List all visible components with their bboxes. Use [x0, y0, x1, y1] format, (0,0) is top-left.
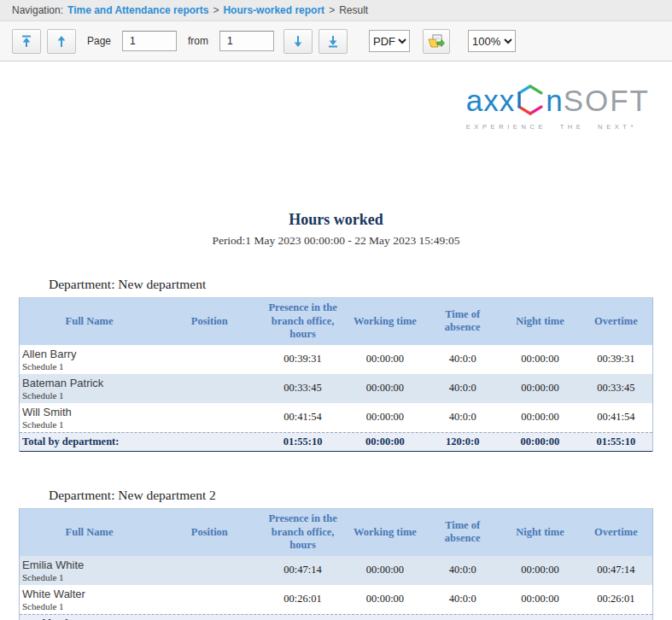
employee-name: Will Smith — [22, 406, 159, 418]
employee-schedule: Schedule 1 — [22, 390, 159, 401]
page-count-input[interactable] — [219, 31, 274, 51]
time-of-absence-cell: 40:0:0 — [424, 382, 500, 395]
employee-schedule: Schedule 1 — [22, 572, 159, 582]
toolbar: Page from PDF — [0, 21, 672, 61]
axxonsoft-logo: axx n SOFT EXPERIENCE THE NEXT* — [466, 84, 650, 131]
breadcrumb-separator: > — [329, 4, 335, 16]
night-time-cell: 00:00:00 — [500, 593, 580, 605]
night-time-cell: 00:00:00 — [500, 382, 580, 395]
hexagon-logo-icon — [516, 84, 545, 116]
export-button[interactable] — [423, 29, 450, 54]
overtime-cell: 00:39:31 — [580, 353, 652, 366]
night-time-cell: 00:00:00 — [500, 411, 580, 424]
presence-cell: 00:33:45 — [260, 382, 346, 395]
department-label: Department: New department 2 — [49, 488, 672, 503]
total-night-time: 00:00:00 — [500, 436, 580, 448]
column-header-full-name: Full Name — [20, 312, 159, 332]
logo-text-n: n — [546, 85, 563, 115]
total-time-of-absence: 120:0:0 — [424, 436, 500, 448]
breadcrumb-link-hours-worked[interactable]: Hours-worked report — [223, 4, 324, 16]
next-page-button[interactable] — [283, 29, 313, 54]
column-header-time-of-absence: Time of absence — [424, 516, 500, 549]
employee-cell: Bateman Patrick Schedule 1 — [20, 375, 159, 402]
logo-text-axx: axx — [466, 85, 515, 115]
first-page-button[interactable] — [12, 29, 41, 54]
previous-page-button[interactable] — [47, 29, 76, 54]
breadcrumb-separator: > — [213, 4, 219, 16]
column-header-presence: Presence in the branch office, hours — [260, 298, 346, 345]
total-working-time: 00:00:00 — [346, 436, 425, 448]
time-of-absence-cell: 40:0:0 — [424, 564, 500, 576]
report-period: Period:1 May 2023 00:00:00 - 22 May 2023… — [0, 234, 672, 248]
table-row: White Walter Schedule 1 00:26:01 00:00:0… — [20, 585, 652, 614]
employee-cell: Will Smith Schedule 1 — [20, 404, 159, 431]
time-of-absence-cell: 40:0:0 — [424, 593, 500, 605]
overtime-cell: 00:47:14 — [580, 564, 652, 576]
employee-schedule: Schedule 1 — [22, 601, 159, 611]
total-overtime: 01:55:10 — [580, 436, 652, 448]
report-title: Hours worked — [0, 211, 672, 229]
overtime-cell: 00:26:01 — [580, 593, 652, 605]
department-table-1: Full Name Position Presence in the branc… — [19, 297, 653, 452]
export-document-icon — [428, 34, 445, 49]
arrow-down-icon — [292, 35, 304, 48]
working-time-cell: 00:00:00 — [346, 382, 425, 395]
arrow-down-to-bar-icon — [327, 35, 339, 48]
time-of-absence-cell: 40:0:0 — [424, 411, 500, 424]
table-header-row: Full Name Position Presence in the branc… — [20, 509, 652, 556]
column-header-night-time: Night time — [500, 523, 580, 543]
department-total-label: Total by department: — [20, 436, 260, 448]
total-presence: 01:55:10 — [260, 436, 346, 448]
department-total-row: Total by department: 01:13:15 00:00:00 8… — [20, 614, 652, 620]
column-header-working-time: Working time — [346, 523, 425, 543]
column-header-working-time: Working time — [346, 312, 425, 332]
employee-schedule: Schedule 1 — [22, 361, 159, 371]
arrow-up-icon — [56, 35, 67, 48]
table-row: Bateman Patrick Schedule 1 00:33:45 00:0… — [20, 374, 652, 403]
night-time-cell: 00:00:00 — [500, 353, 580, 366]
table-row: Will Smith Schedule 1 00:41:54 00:00:00 … — [20, 403, 652, 432]
employee-cell: Emilia White Schedule 1 — [20, 557, 159, 584]
overtime-cell: 00:41:54 — [580, 411, 652, 424]
department-label: Department: New department — [49, 277, 672, 292]
column-header-position: Position — [159, 312, 260, 332]
export-format-select[interactable]: PDF — [369, 30, 410, 52]
column-header-overtime: Overtime — [580, 312, 652, 332]
breadcrumb-current: Result — [339, 4, 368, 16]
logo-tagline: EXPERIENCE THE NEXT* — [466, 123, 650, 131]
page-label: Page — [87, 35, 111, 47]
from-label: from — [188, 35, 208, 47]
working-time-cell: 00:00:00 — [346, 411, 425, 424]
column-header-time-of-absence: Time of absence — [424, 305, 500, 338]
working-time-cell: 00:00:00 — [346, 353, 425, 366]
working-time-cell: 00:00:00 — [346, 564, 425, 576]
presence-cell: 00:26:01 — [260, 593, 346, 605]
table-header-row: Full Name Position Presence in the branc… — [20, 298, 652, 345]
report-page: Navigation: Time and Attendance reports … — [0, 0, 672, 620]
presence-cell: 00:47:14 — [260, 564, 346, 576]
breadcrumb: Navigation: Time and Attendance reports … — [0, 0, 672, 21]
night-time-cell: 00:00:00 — [500, 564, 580, 576]
column-header-presence: Presence in the branch office, hours — [260, 509, 346, 556]
breadcrumb-prefix: Navigation: — [12, 4, 63, 16]
column-header-overtime: Overtime — [580, 523, 652, 543]
column-header-full-name: Full Name — [20, 523, 159, 543]
overtime-cell: 00:33:45 — [580, 382, 652, 395]
logo-text-soft: SOFT — [564, 85, 650, 115]
page-number-input[interactable] — [122, 31, 177, 51]
zoom-level-select[interactable]: 100% — [468, 30, 516, 52]
column-header-night-time: Night time — [500, 312, 580, 332]
table-row: Emilia White Schedule 1 00:47:14 00:00:0… — [20, 556, 652, 585]
employee-cell: White Walter Schedule 1 — [20, 586, 159, 613]
arrow-up-to-bar-icon — [20, 35, 32, 48]
column-header-position: Position — [159, 523, 260, 543]
employee-name: Emilia White — [22, 559, 159, 571]
employee-schedule: Schedule 1 — [22, 419, 159, 430]
presence-cell: 00:41:54 — [260, 411, 346, 424]
employee-name: Bateman Patrick — [22, 377, 159, 389]
presence-cell: 00:39:31 — [260, 353, 346, 366]
working-time-cell: 00:00:00 — [346, 593, 425, 605]
last-page-button[interactable] — [318, 29, 348, 54]
breadcrumb-link-time-attendance[interactable]: Time and Attendance reports — [67, 4, 208, 16]
department-total-row: Total by department: 01:55:10 00:00:00 1… — [20, 432, 652, 452]
